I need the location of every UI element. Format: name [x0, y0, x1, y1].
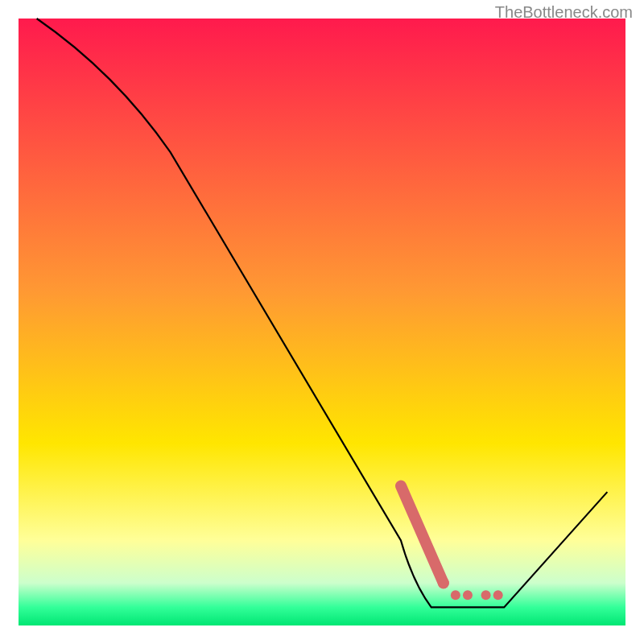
plot-background [19, 19, 625, 625]
svg-point-5 [493, 590, 503, 600]
svg-point-3 [463, 590, 473, 600]
chart-container: TheBottleneck.com [0, 0, 644, 644]
svg-point-4 [481, 590, 491, 600]
chart-svg [0, 0, 644, 644]
svg-point-1 [438, 577, 449, 588]
watermark-text: TheBottleneck.com [495, 3, 633, 22]
svg-point-2 [451, 590, 460, 600]
